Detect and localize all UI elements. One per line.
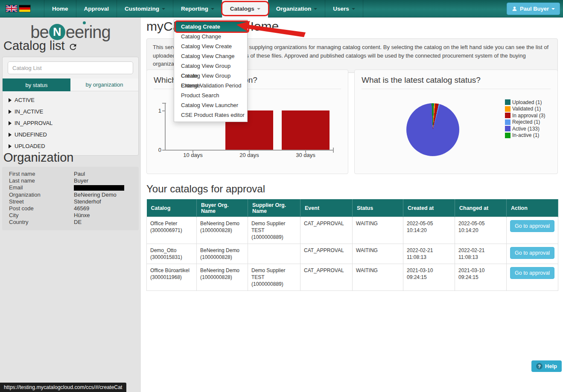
uk-flag-icon[interactable] [6, 5, 17, 12]
nav-item-label: Catalogs [230, 0, 254, 17]
cell-supplier-name: Demo Supplier TEST [251, 267, 297, 281]
y-tick-label: 1 [150, 107, 161, 114]
user-icon [512, 6, 517, 12]
status-item-undefined[interactable]: UNDEFINED [3, 129, 138, 140]
org-field-label: Organization [9, 192, 74, 198]
cell-supplier-id: (1000000889) [251, 281, 297, 287]
german-flag-icon[interactable] [19, 5, 30, 12]
legend-swatch [505, 106, 510, 112]
chevron-down-icon [352, 8, 355, 10]
column-header-catalog: Catalog [147, 200, 197, 217]
catalog-search-input[interactable] [8, 61, 133, 74]
status-url-tooltip: https://testing.mycatalogcloud.com/ccs/#… [0, 383, 126, 392]
status-item-uploaded[interactable]: UPLOADED [3, 140, 138, 152]
user-menu-button[interactable]: Paul Buyer [507, 3, 560, 15]
chevron-down-icon [551, 8, 555, 10]
org-field-label: Email [9, 184, 74, 191]
question-icon: ? [536, 363, 543, 369]
legend-item-rejected: Rejected (1) [505, 119, 545, 126]
dropdown-item-catalog-view-change[interactable]: Catalog View Change [174, 51, 247, 61]
dropdown-item-product-search[interactable]: Product Search [174, 90, 247, 100]
cell-catalog-id: (3000011968) [150, 274, 193, 281]
cell-changed: 2022-02-21 11:08:13 [455, 244, 507, 264]
cell-event: CAT_APPROVAL [300, 217, 353, 244]
triangle-right-icon [9, 133, 12, 137]
org-field-value: Stenderhof [74, 198, 101, 205]
y-axis-cap [162, 103, 166, 104]
bar-30-days [282, 110, 330, 150]
catalog-list-panel: by statusby organization ACTIVEIN_ACTIVE… [2, 57, 139, 156]
column-header-created-at: Created at [403, 200, 455, 217]
nav-item-organization[interactable]: Organization [268, 0, 325, 17]
status-label: IN_APPROVAL [15, 120, 53, 126]
cell-changed: 2021-03-10 09:24:15 [455, 264, 507, 291]
dropdown-item-catalog-view-group-create[interactable]: Catalog View Group Create [174, 61, 247, 71]
triangle-right-icon [9, 121, 12, 125]
nav-items: HomeApprovalCustomizingReportingCatalogs… [44, 0, 363, 17]
org-field-last-name: Last nameBuyer [2, 177, 139, 184]
table-row: Demo_Otto(3000015831)BeNeering Demo(1000… [147, 244, 558, 264]
cell-catalog-id: (3000015831) [150, 254, 193, 261]
dropdown-item-extend-validation-period[interactable]: Extend Validation Period [174, 81, 247, 90]
legend-swatch [505, 133, 510, 138]
refresh-icon[interactable] [68, 42, 78, 52]
legend-swatch [505, 113, 510, 118]
dropdown-item-cse-product-rates-editor[interactable]: CSE Product Rates editor [174, 110, 247, 120]
org-field-label: First name [9, 171, 74, 177]
nav-item-home[interactable]: Home [44, 0, 76, 17]
cell-supplier: Demo Supplier TEST(1000000889) [248, 217, 300, 244]
cell-created: 2021-03-10 09:24:15 [403, 264, 455, 291]
dropdown-item-catalog-change[interactable]: Catalog Change [174, 32, 247, 41]
org-field-label: Street [9, 198, 74, 205]
status-item-active[interactable]: ACTIVE [3, 94, 138, 106]
nav-item-reporting[interactable]: Reporting [173, 0, 222, 17]
tab-by-status[interactable]: by status [3, 78, 70, 91]
status-list: ACTIVEIN_ACTIVEIN_APPROVALUNDEFINEDUPLOA… [3, 94, 138, 152]
nav-item-approval[interactable]: Approval [76, 0, 117, 17]
status-item-in-approval[interactable]: IN_APPROVAL [3, 117, 138, 129]
cell-buyer-id: (1000000828) [200, 274, 244, 281]
x-tick-label: 30 days [286, 152, 325, 158]
go-to-approval-button[interactable]: Go to approval [510, 267, 554, 279]
tab-by-organization[interactable]: by organization [70, 78, 138, 91]
pie-legend: Uploaded (1)Validated (1)In approval (3)… [505, 99, 545, 139]
legend-item-validated: Validated (1) [505, 106, 545, 113]
org-field-value: DE [74, 219, 82, 226]
cell-catalog: Office Büroartikel(3000011968) [147, 264, 197, 291]
org-field-country: CountryDE [2, 219, 139, 226]
nav-item-customizing[interactable]: Customizing [117, 0, 173, 17]
column-header-action: Action [507, 200, 558, 217]
nav-item-users[interactable]: Users [325, 0, 363, 17]
cell-buyer-name: BeNeering Demo [200, 247, 244, 254]
column-header-supplier-org-name: Supplier Org. Name [248, 200, 300, 217]
org-field-label: City [9, 212, 74, 219]
dropdown-item-catalog-create[interactable]: Catalog Create [174, 22, 247, 32]
status-label: IN_ACTIVE [15, 108, 43, 115]
dropdown-item-catalog-view-launcher[interactable]: Catalog View Launcher [174, 100, 247, 110]
cell-supplier-name: Demo Supplier TEST [251, 220, 297, 234]
legend-label: Rejected (1) [512, 119, 540, 125]
organization-panel: First namePaulLast nameBuyerEmailOrganiz… [2, 167, 139, 230]
language-switcher [6, 5, 30, 12]
dropdown-item-catalog-view-create[interactable]: Catalog View Create [174, 41, 247, 51]
nav-item-label: Reporting [181, 0, 208, 17]
cell-catalog-name: Office Büroartikel [150, 267, 193, 274]
help-button[interactable]: ? Help [531, 360, 562, 372]
catalog-list-tabs: by statusby organization [3, 78, 138, 91]
triangle-right-icon [9, 110, 12, 114]
org-field-value: BeNeering Demo [74, 192, 117, 198]
legend-label: Active (133) [512, 126, 540, 132]
dropdown-item-catalog-view-group-change[interactable]: Catalog View Group Change [174, 71, 247, 81]
status-item-in-active[interactable]: IN_ACTIVE [3, 106, 138, 117]
cell-created: 2022-05-05 10:14:20 [403, 217, 455, 244]
go-to-approval-button[interactable]: Go to approval [510, 247, 554, 259]
x-tick-label: 10 days [174, 152, 212, 158]
cell-supplier [248, 244, 300, 264]
cell-catalog-name: Office Peter [150, 220, 193, 227]
go-to-approval-button[interactable]: Go to approval [510, 220, 554, 232]
org-field-label: Post code [9, 205, 74, 212]
nav-item-catalogs[interactable]: Catalogs [222, 0, 268, 17]
nav-item-label: Customizing [125, 0, 159, 17]
annotation-ring [175, 20, 249, 33]
triangle-right-icon [9, 98, 12, 102]
